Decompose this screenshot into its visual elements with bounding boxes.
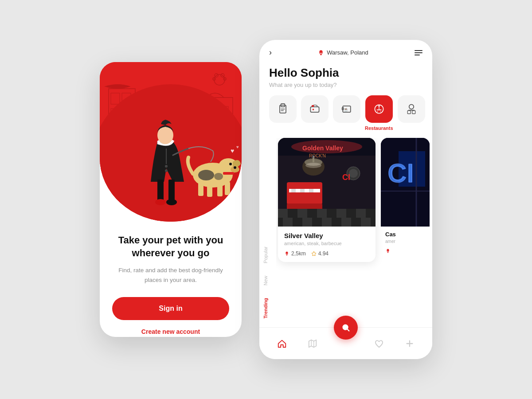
- svg-rect-85: [322, 218, 332, 227]
- location-pin-icon: [318, 50, 324, 56]
- svg-rect-41: [310, 107, 319, 112]
- svg-rect-73: [297, 209, 307, 218]
- nav-map[interactable]: [303, 334, 322, 353]
- svg-point-51: [409, 105, 414, 110]
- left-phone: ♥ ♥ Take your pet with you wherever you …: [100, 62, 242, 337]
- category-item-3[interactable]: ☕: [333, 95, 360, 131]
- svg-rect-43: [312, 105, 314, 107]
- right-phone: ‹ Warsaw, Poland Hello Sophia What are y…: [259, 40, 432, 359]
- greeting-section: Hello Sophia What are you up to today?: [259, 62, 432, 95]
- svg-marker-95: [312, 251, 316, 256]
- plus-icon: [405, 339, 415, 348]
- fab-search-button[interactable]: [334, 316, 358, 340]
- svg-rect-68: [300, 189, 305, 192]
- location-display: Warsaw, Poland: [318, 49, 368, 56]
- nav-home[interactable]: [272, 334, 292, 353]
- distance-value: 2,5km: [291, 250, 306, 257]
- category-icon-3: ☕: [333, 95, 360, 123]
- svg-point-32: [198, 170, 214, 180]
- greeting-subtitle: What are you up to today?: [269, 82, 422, 88]
- location-text: Warsaw, Poland: [327, 49, 368, 56]
- svg-rect-77: [336, 209, 346, 218]
- nav-heart[interactable]: [369, 334, 389, 353]
- location-icon-small-2: [385, 248, 391, 254]
- distance-item: 2,5km: [284, 250, 306, 257]
- menu-line-1: [415, 50, 422, 51]
- heart-icon: [374, 339, 384, 348]
- svg-point-42: [313, 109, 314, 110]
- category-label-4: Restaurants: [365, 125, 393, 131]
- tab-popular[interactable]: Popular: [263, 246, 272, 263]
- svg-point-91: [349, 169, 358, 178]
- svg-rect-74: [307, 209, 317, 218]
- side-tabs: Popular New Trending: [259, 138, 276, 327]
- back-button[interactable]: ‹: [269, 48, 272, 57]
- svg-point-93: [302, 158, 325, 176]
- svg-rect-54: [412, 111, 415, 114]
- subtitle: Find, rate and add the best dog-friendly…: [112, 266, 229, 285]
- svg-rect-88: [351, 218, 361, 227]
- svg-line-109: [347, 329, 349, 331]
- menu-line-3: [415, 55, 420, 55]
- svg-point-17: [157, 126, 173, 144]
- menu-button[interactable]: [415, 50, 422, 55]
- tab-trending[interactable]: Trending: [263, 298, 272, 318]
- restaurant-name-2: Cas: [385, 231, 425, 238]
- category-icon-4: [365, 95, 393, 123]
- svg-text:☕: ☕: [344, 107, 348, 112]
- bottom-nav: [259, 327, 432, 359]
- restaurant-card-1[interactable]: Golden Valley ROCK'N: [278, 138, 376, 262]
- search-icon-fab: [341, 323, 351, 332]
- svg-rect-81: [283, 218, 293, 227]
- svg-rect-71: [278, 209, 288, 218]
- star-icon: [311, 251, 317, 256]
- restaurant-name-1: Silver Valley: [284, 232, 369, 239]
- svg-point-21: [166, 199, 177, 205]
- rating-item: 4.94: [311, 250, 329, 257]
- svg-rect-18: [157, 180, 164, 202]
- svg-rect-76: [327, 209, 336, 218]
- svg-rect-79: [356, 209, 366, 218]
- svg-rect-87: [341, 218, 351, 227]
- rating-value: 4.94: [318, 250, 329, 257]
- svg-rect-53: [407, 111, 411, 114]
- nav-plus[interactable]: [400, 334, 419, 353]
- top-bar: ‹ Warsaw, Poland: [259, 40, 432, 62]
- svg-rect-84: [312, 218, 322, 227]
- hero-area: ♥ ♥: [100, 62, 242, 222]
- svg-rect-89: [361, 218, 371, 227]
- svg-text:♥: ♥: [236, 145, 239, 149]
- svg-rect-29: [207, 183, 212, 197]
- svg-text:ROCK'N: ROCK'N: [309, 153, 326, 158]
- svg-point-15: [165, 165, 168, 168]
- distance-item-2: [385, 248, 425, 254]
- card-info-1: Silver Valley american, steak, barbecue …: [278, 227, 376, 262]
- svg-rect-19: [168, 180, 175, 202]
- restaurant-cards: Golden Valley ROCK'N: [276, 138, 432, 327]
- create-account-button[interactable]: Create new account: [141, 328, 200, 335]
- svg-text:CI: CI: [387, 158, 414, 188]
- svg-rect-80: [366, 209, 376, 218]
- category-item-4[interactable]: Restaurants: [365, 95, 393, 131]
- tab-new[interactable]: New: [263, 276, 272, 286]
- svg-point-16: [165, 169, 168, 172]
- svg-rect-69: [309, 189, 313, 192]
- card-meta-1: 2,5km 4.94: [284, 250, 369, 257]
- svg-rect-27: [223, 172, 234, 175]
- category-icon-2: [301, 95, 329, 123]
- category-icon-5: [398, 95, 425, 123]
- category-item-1[interactable]: [269, 95, 297, 131]
- restaurant-image-2: CI CI: [381, 138, 430, 227]
- svg-rect-82: [293, 218, 302, 227]
- location-icon-small: [284, 251, 289, 256]
- restaurant-card-2[interactable]: CI CI Cas amer: [381, 138, 430, 258]
- category-item-5[interactable]: [398, 95, 425, 131]
- greeting-title: Hello Sophia: [269, 66, 422, 80]
- svg-text:♥: ♥: [231, 147, 234, 154]
- signin-button[interactable]: Sign in: [112, 297, 229, 320]
- svg-rect-28: [198, 183, 203, 196]
- map-icon: [308, 339, 317, 348]
- svg-rect-86: [332, 218, 341, 227]
- svg-point-26: [229, 163, 232, 165]
- category-item-2[interactable]: [301, 95, 329, 131]
